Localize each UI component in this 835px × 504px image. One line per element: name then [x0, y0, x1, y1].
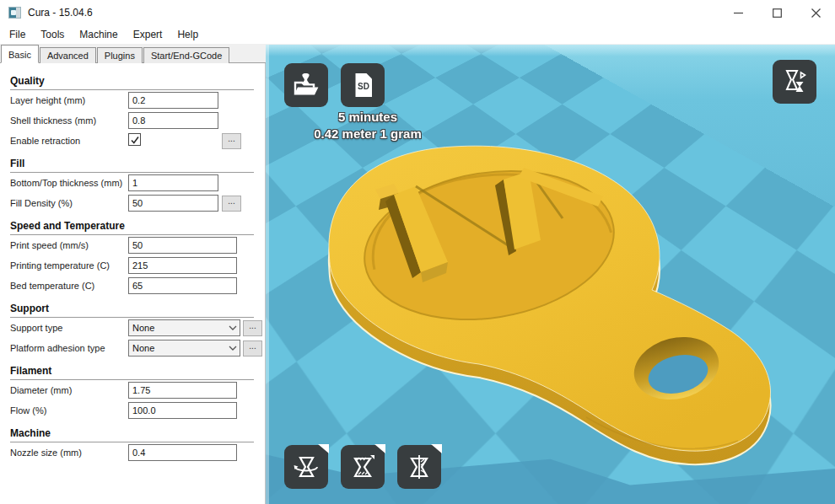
menu-file[interactable]: File: [2, 26, 33, 43]
3d-viewport[interactable]: SD 5 minutes 0.42 meter 1 gram: [266, 45, 835, 504]
setting-label: Flow (%): [10, 405, 46, 416]
minimize-icon: [734, 8, 743, 18]
window-title: Cura - 15.04.6: [28, 7, 93, 19]
support-more-button[interactable]: ...: [243, 320, 262, 336]
setting-row: Layer height (mm): [10, 90, 254, 110]
mirror-tool-button[interactable]: [397, 445, 441, 489]
print-stats: 5 minutes 0.42 meter 1 gram: [271, 109, 465, 142]
adhesion-more-button[interactable]: ...: [243, 340, 262, 357]
setting-row: Enable retraction ...: [10, 131, 254, 151]
print-time: 5 minutes: [271, 109, 465, 126]
nozzle-size-input[interactable]: [128, 444, 237, 461]
shell-thickness-input[interactable]: [128, 112, 218, 129]
rotate-icon: [291, 452, 321, 482]
view-mode-button[interactable]: [773, 60, 816, 104]
platform-adhesion-value: None: [129, 343, 226, 353]
tab-plugins[interactable]: Plugins: [97, 47, 143, 63]
scale-tool-button[interactable]: [341, 445, 385, 489]
minimize-button[interactable]: [719, 0, 757, 25]
setting-label: Diameter (mm): [10, 385, 72, 395]
retraction-more-button[interactable]: ...: [222, 133, 241, 149]
fill-density-more-button[interactable]: ...: [222, 196, 241, 212]
setting-row: Bottom/Top thickness (mm): [10, 173, 254, 193]
rotate-tool-button[interactable]: [284, 445, 328, 489]
support-type-select[interactable]: None: [128, 319, 240, 336]
setting-row: Flow (%): [10, 400, 254, 421]
tool-expand-icon: [431, 444, 442, 453]
setting-label: Nozzle size (mm): [10, 448, 82, 458]
section-fill: Fill: [10, 151, 254, 173]
menu-bar: File Tools Machine Expert Help: [0, 25, 835, 45]
setting-row: Fill Density (%) ...: [10, 193, 254, 213]
load-model-button[interactable]: [284, 63, 328, 107]
setting-label: Shell thickness (mm): [10, 115, 96, 126]
svg-text:SD: SD: [358, 82, 369, 91]
support-type-value: None: [129, 323, 226, 333]
viewport-edge-glare: [266, 45, 269, 504]
load-model-icon: [291, 70, 321, 100]
section-machine: Machine: [10, 421, 254, 442]
setting-label: Print speed (mm/s): [10, 240, 89, 250]
menu-machine[interactable]: Machine: [72, 26, 125, 43]
fill-density-input[interactable]: [128, 195, 218, 212]
platform-adhesion-select[interactable]: None: [128, 340, 240, 357]
print-speed-input[interactable]: [128, 237, 237, 254]
tool-expand-icon: [374, 444, 385, 453]
setting-row: Nozzle size (mm): [10, 442, 254, 463]
section-support: Support: [10, 296, 254, 318]
setting-row: Print speed (mm/s): [10, 235, 254, 255]
maximize-icon: [773, 8, 782, 18]
bottom-top-thickness-input[interactable]: [128, 174, 218, 191]
cura-window: Cura - 15.04.6 File Tools Machine Expert…: [0, 0, 835, 504]
save-sd-icon: SD: [347, 70, 378, 100]
menu-expert[interactable]: Expert: [126, 26, 170, 43]
setting-label: Layer height (mm): [10, 95, 85, 105]
setting-row: Platform adhesion type None ...: [10, 338, 254, 358]
menu-tools[interactable]: Tools: [33, 26, 72, 43]
setting-label: Printing temperature (C): [10, 260, 110, 271]
section-quality: Quality: [10, 68, 254, 90]
tab-start-end-gcode[interactable]: Start/End-GCode: [143, 47, 229, 63]
tab-strip: Basic Advanced Plugins Start/End-GCode: [0, 45, 266, 63]
view-mode-icon: [779, 67, 810, 97]
setting-label: Bottom/Top thickness (mm): [10, 178, 122, 188]
setting-row: Printing temperature (C): [10, 255, 254, 276]
app-icon: [8, 7, 21, 19]
section-filament: Filament: [10, 358, 254, 380]
flow-input[interactable]: [128, 402, 237, 419]
mirror-icon: [404, 452, 434, 482]
settings-panel: Quality Layer height (mm) Shell thicknes…: [0, 63, 266, 504]
layer-height-input[interactable]: [128, 92, 218, 109]
close-icon: [811, 8, 821, 18]
filament-diameter-input[interactable]: [128, 382, 237, 399]
bed-temperature-input[interactable]: [128, 277, 237, 294]
close-button[interactable]: [796, 0, 835, 25]
tab-basic[interactable]: Basic: [1, 45, 39, 63]
print-material: 0.42 meter 1 gram: [271, 126, 465, 142]
setting-label: Platform adhesion type: [10, 343, 105, 353]
chevron-down-icon: [226, 345, 240, 351]
setting-label: Support type: [10, 323, 62, 333]
chevron-down-icon: [226, 324, 240, 331]
setting-label: Enable retraction: [10, 136, 80, 146]
setting-row: Bed temperature (C): [10, 276, 254, 296]
save-sd-button[interactable]: SD: [341, 63, 385, 107]
tab-advanced[interactable]: Advanced: [40, 47, 96, 63]
section-speed-temperature: Speed and Temperature: [10, 213, 254, 235]
printing-temperature-input[interactable]: [128, 257, 237, 274]
setting-label: Bed temperature (C): [10, 281, 94, 291]
setting-label: Fill Density (%): [10, 198, 73, 208]
check-icon: [130, 135, 140, 145]
title-bar: Cura - 15.04.6: [0, 0, 835, 25]
setting-row: Diameter (mm): [10, 380, 254, 400]
setting-row: Shell thickness (mm): [10, 110, 254, 131]
menu-help[interactable]: Help: [170, 26, 206, 43]
setting-row: Support type None ...: [10, 318, 254, 338]
tool-expand-icon: [318, 444, 329, 453]
maximize-button[interactable]: [757, 0, 796, 25]
enable-retraction-checkbox[interactable]: [128, 133, 141, 146]
scale-icon: [347, 452, 378, 482]
